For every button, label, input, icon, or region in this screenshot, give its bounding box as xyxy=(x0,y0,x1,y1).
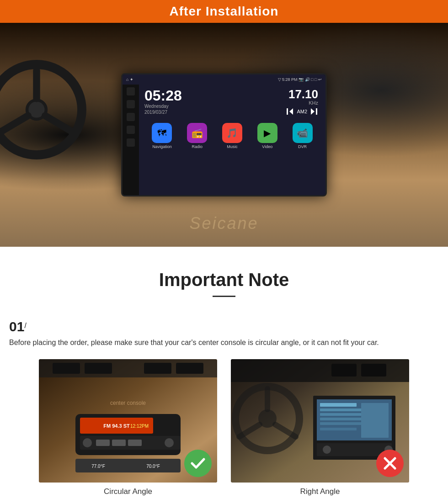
car-interior-image: ⌂ ✦ ▽ 5:28 PM 📷 🔊 □ □ ↩ xyxy=(0,23,448,247)
svg-line-4 xyxy=(0,116,28,134)
hu-app-music: 🎵 Music xyxy=(222,123,242,149)
hu-home-icon: ⌂ ✦ xyxy=(126,77,133,82)
hu-date: 2019/03/27 xyxy=(144,110,182,115)
important-note-section: Important Note xyxy=(9,256,439,306)
svg-rect-22 xyxy=(96,440,110,446)
svg-rect-23 xyxy=(112,440,126,446)
svg-marker-8 xyxy=(311,108,315,115)
svg-rect-33 xyxy=(361,364,386,377)
svg-rect-44 xyxy=(320,418,366,420)
hu-radio-controls: AM2 xyxy=(286,107,318,116)
right-angle-image-wrapper: right angle xyxy=(231,359,409,483)
svg-text:center console: center console xyxy=(110,400,146,406)
svg-point-25 xyxy=(165,438,174,447)
hu-prev-track xyxy=(286,107,294,116)
hu-apps-row: 🗺 Navigation 📻 Radio 🎵 Music ▶ xyxy=(139,119,325,153)
hu-day: Wednesday xyxy=(144,104,182,109)
svg-marker-6 xyxy=(289,108,293,115)
hu-time: 05:28 xyxy=(144,88,182,103)
right-angle-card: right angle Right Angle xyxy=(231,359,409,496)
hu-left-sidebar xyxy=(123,85,139,195)
important-note-title: Important Note xyxy=(9,270,439,290)
svg-rect-13 xyxy=(85,363,112,374)
hu-prev-button xyxy=(127,138,135,147)
svg-rect-32 xyxy=(331,364,357,377)
svg-text:FM 94.3 ST: FM 94.3 ST xyxy=(103,423,130,429)
hu-radio-icon: 📻 xyxy=(187,123,207,143)
hu-music-label: Music xyxy=(227,144,238,149)
page-content: Important Note 01/ Before placing the or… xyxy=(0,247,448,504)
hu-app-video: ▶ Video xyxy=(257,123,277,149)
hu-radio-label: Radio xyxy=(192,144,203,149)
hu-top-bar: ⌂ ✦ ▽ 5:28 PM 📷 🔊 □ □ ↩ xyxy=(123,74,325,85)
svg-rect-46 xyxy=(320,428,357,430)
hero-image-container: ⌂ ✦ ▽ 5:28 PM 📷 🔊 □ □ ↩ xyxy=(0,23,448,247)
hu-station: AM2 xyxy=(297,109,307,114)
hu-frequency: 17.10 xyxy=(286,88,318,100)
hu-app-radio: 📻 Radio xyxy=(187,123,207,149)
hu-vol-down-button xyxy=(127,126,135,134)
note-number: 01/ xyxy=(9,319,439,334)
section-divider xyxy=(213,296,235,297)
hu-status-icons: ▽ 5:28 PM 📷 🔊 □ □ ↩ xyxy=(278,77,322,82)
hu-clock-display: 05:28 Wednesday 2019/03/27 xyxy=(144,88,182,116)
circular-angle-image-wrapper: FM 94.3 ST 12:12PM 77.0°F 70.0°F xyxy=(39,359,217,483)
hu-app-navigation: 🗺 Navigation xyxy=(152,123,172,149)
comparison-images-row: FM 94.3 ST 12:12PM 77.0°F 70.0°F xyxy=(9,359,439,496)
seicane-watermark: Seicane xyxy=(189,214,258,233)
svg-rect-47 xyxy=(361,403,389,438)
hu-video-label: Video xyxy=(262,144,272,149)
note-text: Before placing the order, please make su… xyxy=(9,337,439,348)
hu-video-icon: ▶ xyxy=(257,123,277,143)
hu-music-icon: 🎵 xyxy=(222,123,242,143)
hu-next-track xyxy=(310,107,318,116)
note-number-suffix: / xyxy=(24,322,26,330)
hu-screen-content: 05:28 Wednesday 2019/03/27 17.10 KHz xyxy=(139,85,325,195)
svg-line-5 xyxy=(45,116,76,134)
hu-dvr-label: DVR xyxy=(298,144,307,149)
hu-nav-label: Navigation xyxy=(152,144,172,149)
svg-point-21 xyxy=(83,438,92,447)
steering-wheel-left xyxy=(0,59,87,160)
hu-main-area: 05:28 Wednesday 2019/03/27 17.10 KHz xyxy=(123,85,325,195)
circular-angle-card: FM 94.3 ST 12:12PM 77.0°F 70.0°F xyxy=(39,359,217,496)
svg-rect-7 xyxy=(287,108,288,115)
head-unit: ⌂ ✦ ▽ 5:28 PM 📷 🔊 □ □ ↩ xyxy=(121,73,327,196)
svg-rect-41 xyxy=(320,403,357,407)
hu-nav-icon: 🗺 xyxy=(152,123,172,143)
hu-radio-display: 17.10 KHz AM2 xyxy=(286,88,320,116)
hu-power-button xyxy=(127,87,135,95)
x-badge xyxy=(376,450,404,477)
svg-text:12:12PM: 12:12PM xyxy=(130,424,149,429)
page-title: After Installation xyxy=(170,4,279,19)
check-badge xyxy=(184,450,212,477)
svg-rect-15 xyxy=(176,363,203,374)
circular-angle-caption: Circular Angle xyxy=(104,487,152,496)
note-item-01: 01/ Before placing the order, please mak… xyxy=(9,319,439,348)
seicane-text: Seicane xyxy=(189,214,258,233)
svg-point-50 xyxy=(323,446,331,454)
hu-vol-up-button xyxy=(127,113,135,121)
hu-app-dvr: 📹 DVR xyxy=(293,123,313,149)
right-angle-caption: Right Angle xyxy=(300,487,340,496)
hu-back-button xyxy=(127,100,135,108)
svg-text:77.0°F: 77.0°F xyxy=(91,464,105,469)
svg-text:70.0°F: 70.0°F xyxy=(146,464,160,469)
svg-rect-14 xyxy=(144,363,171,374)
hu-dvr-icon: 📹 xyxy=(293,123,313,143)
header-banner: After Installation xyxy=(0,0,448,23)
hu-clock-area: 05:28 Wednesday 2019/03/27 17.10 KHz xyxy=(139,85,325,117)
svg-rect-24 xyxy=(128,440,142,446)
svg-rect-9 xyxy=(316,108,317,115)
note-number-text: 01 xyxy=(9,319,24,334)
svg-rect-12 xyxy=(53,363,80,374)
